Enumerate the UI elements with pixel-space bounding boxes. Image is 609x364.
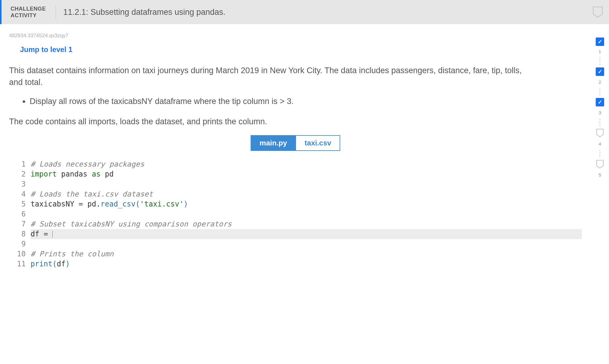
gutter-num: 6: [17, 209, 26, 219]
gutter-num: 8: [17, 229, 26, 239]
check-icon: ✓: [596, 67, 604, 76]
tab-taxi-csv[interactable]: taxi.csv: [295, 135, 340, 151]
desc-paragraph-1: This dataset contains information on tax…: [9, 65, 530, 88]
label-line2: ACTIVITY: [11, 12, 37, 18]
level-3[interactable]: ✓: [596, 98, 604, 106]
progress-rail: ✓ 1 1 ✓ 2 ✓ 3 4 5: [591, 24, 609, 177]
code-line: [31, 179, 582, 189]
level-num: 4: [599, 141, 601, 146]
paren: (: [52, 260, 57, 268]
gutter-num: 5: [17, 199, 26, 209]
gutter-num: 9: [17, 239, 26, 249]
progress-separator: [600, 88, 600, 96]
code-text: df =: [31, 230, 52, 238]
code-text: .: [96, 200, 100, 208]
code-line: [31, 209, 582, 219]
code-line: # Subset taxicabsNY using comparison ope…: [31, 219, 582, 229]
code-line: # Loads necessary packages: [31, 159, 582, 169]
comment: # Prints the column: [31, 250, 114, 258]
desc-paragraph-2: The code contains all imports, loads the…: [9, 116, 530, 128]
level-num: 5: [599, 172, 601, 177]
level-2[interactable]: ✓: [596, 67, 604, 76]
code-text: df: [57, 260, 66, 268]
code-text: pd: [100, 170, 114, 178]
level-4[interactable]: [596, 128, 604, 138]
string: 'taxi.csv': [140, 200, 184, 208]
comment: # Subset taxicabsNY using comparison ope…: [31, 220, 232, 228]
level-1[interactable]: ✓ 1: [596, 37, 604, 46]
line-gutter: 1 2 3 4 5 6 7 8 9 10 11: [17, 159, 31, 269]
paren: ): [184, 200, 188, 208]
desc-bullets: Display all rows of the taxicabsNY dataf…: [30, 96, 530, 107]
pocket-icon: [596, 160, 604, 169]
pocket-icon: [596, 128, 604, 138]
level-num: 3: [599, 110, 601, 115]
code-text: taxicabsNY = pd: [31, 200, 96, 208]
gutter-num: 4: [17, 189, 26, 199]
progress-separator: [600, 149, 600, 157]
check-icon: ✓: [596, 98, 604, 106]
code-body[interactable]: # Loads necessary packages import pandas…: [31, 159, 582, 269]
func: read_csv: [100, 200, 136, 208]
code-line: import pandas as pd: [31, 169, 582, 179]
code-line: # Loads the taxi.csv dataset: [31, 189, 582, 199]
progress-separator: [600, 57, 600, 65]
func: print: [31, 260, 52, 268]
code-line: taxicabsNY = pd.read_csv('taxi.csv'): [31, 199, 582, 209]
comment: # Loads the taxi.csv dataset: [31, 190, 153, 198]
keyword: as: [92, 170, 100, 178]
instance-id: 482934.3374524.qx3zqy7: [9, 33, 582, 39]
level-num: 1: [599, 49, 601, 54]
code-line: # Prints the column: [31, 249, 582, 259]
label-line1: CHALLENGE: [11, 6, 46, 12]
challenge-activity-label: CHALLENGE ACTIVITY: [11, 5, 56, 19]
paren: (: [136, 200, 140, 208]
gutter-num: 11: [17, 259, 26, 269]
challenge-header: CHALLENGE ACTIVITY 11.2.1: Subsetting da…: [0, 0, 609, 24]
desc-bullet-1: Display all rows of the taxicabsNY dataf…: [30, 96, 530, 107]
level-num: 2: [599, 80, 601, 85]
main-area: 482934.3374524.qx3zqy7 Jump to level 1 T…: [0, 24, 609, 287]
keyword: import: [31, 170, 57, 178]
code-text: pandas: [57, 170, 92, 178]
gutter-num: 7: [17, 219, 26, 229]
file-tabs: main.py taxi.csv: [9, 135, 582, 151]
code-line: print(df): [31, 259, 582, 269]
code-editor[interactable]: 1 2 3 4 5 6 7 8 9 10 11 # Loads necessar…: [17, 159, 582, 269]
jump-to-level-link[interactable]: Jump to level 1: [20, 45, 72, 54]
progress-separator: [600, 118, 600, 126]
comment: # Loads necessary packages: [31, 160, 144, 168]
code-line-active: df =: [31, 229, 582, 239]
check-icon: ✓: [596, 37, 604, 46]
code-line: [31, 239, 582, 249]
gutter-num: 2: [17, 169, 26, 179]
tab-main-py[interactable]: main.py: [251, 135, 296, 151]
gutter-num: 1: [17, 159, 26, 169]
gutter-num: 3: [17, 179, 26, 189]
paren: ): [66, 260, 70, 268]
content-column: 482934.3374524.qx3zqy7 Jump to level 1 T…: [0, 24, 591, 287]
text-cursor: [52, 231, 53, 238]
bookmark-pocket-icon[interactable]: [593, 6, 603, 18]
description: This dataset contains information on tax…: [9, 65, 530, 128]
activity-title: 11.2.1: Subsetting dataframes using pand…: [63, 8, 225, 17]
gutter-num: 10: [17, 249, 26, 259]
level-5[interactable]: [596, 160, 604, 169]
